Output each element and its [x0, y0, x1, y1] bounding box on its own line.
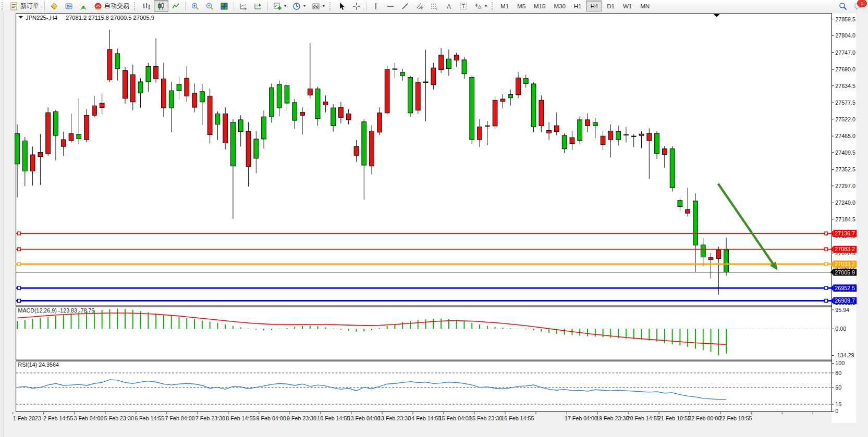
timeframe-m5[interactable]: M5: [514, 1, 529, 11]
chart-shift-button[interactable]: [251, 0, 265, 12]
svg-text:27747.0: 27747.0: [835, 49, 855, 56]
line-chart-button[interactable]: [168, 0, 183, 12]
main-toolbar: 新订单 自动交易: [0, 0, 868, 13]
bar-chart-button[interactable]: [139, 0, 154, 12]
arrows-button[interactable]: ▾: [471, 0, 490, 12]
timeframe-h4[interactable]: H4: [586, 1, 602, 11]
new-chart-button[interactable]: ▾: [270, 0, 289, 12]
vertical-line-button[interactable]: [369, 0, 383, 12]
fibonacci-button[interactable]: F: [427, 0, 442, 12]
svg-text:1 Feb 2023: 1 Feb 2023: [13, 415, 41, 421]
signals-button[interactable]: [76, 0, 91, 12]
new-order-icon: [10, 2, 18, 10]
auto-trading-button[interactable]: 自动交易: [91, 0, 132, 12]
chevron-down-icon: ▾: [485, 4, 487, 8]
svg-text:27352.5: 27352.5: [835, 166, 855, 172]
text-label-button[interactable]: T: [456, 0, 471, 12]
chevron-down-icon: ▾: [303, 4, 305, 8]
equidistant-channel-button[interactable]: E: [412, 0, 427, 12]
price-chart[interactable]: 27859.527804.027747.027690.027634.527577…: [0, 12, 868, 437]
candlestick-chart-button[interactable]: [154, 0, 168, 12]
svg-text:15 Feb 23:30: 15 Feb 23:30: [469, 415, 502, 421]
svg-text:E: E: [421, 7, 423, 10]
toolbar-grip[interactable]: [134, 2, 137, 10]
timeframe-m30[interactable]: M30: [550, 1, 569, 11]
timeframe-mn[interactable]: MN: [637, 1, 653, 11]
svg-text:95.94: 95.94: [835, 307, 849, 313]
periods-button[interactable]: ▾: [289, 0, 309, 12]
svg-text:0.00: 0.00: [835, 326, 846, 332]
auto-scroll-button[interactable]: [236, 0, 251, 12]
toolbar-grip[interactable]: [329, 2, 332, 10]
chart-shift-icon: [254, 2, 262, 10]
chart-area[interactable]: 27859.527804.027747.027690.027634.527577…: [0, 12, 868, 437]
cursor-icon: [338, 2, 346, 10]
market-watch-button[interactable]: [47, 0, 62, 12]
svg-text:27297.0: 27297.0: [835, 183, 855, 189]
svg-text:RSI(14) 24.3564: RSI(14) 24.3564: [18, 361, 58, 368]
text-button[interactable]: A: [442, 0, 456, 12]
notifications-button[interactable]: 1: [854, 2, 863, 10]
svg-text:27083.2: 27083.2: [835, 246, 855, 252]
svg-text:80: 80: [835, 370, 841, 376]
svg-text:27465.0: 27465.0: [835, 133, 855, 139]
profile-chart-icon: [65, 2, 73, 10]
auto-scroll-icon: [239, 2, 248, 10]
timeframe-m15[interactable]: M15: [530, 1, 549, 11]
tile-windows-icon: [220, 2, 228, 10]
zoom-in-button[interactable]: [188, 0, 202, 12]
horizontal-line-icon: [386, 2, 395, 10]
timeframe-m1[interactable]: M1: [497, 1, 512, 11]
svg-text:27033.2: 27033.2: [835, 261, 855, 267]
svg-text:6 Feb 14:55: 6 Feb 14:55: [135, 415, 164, 421]
chevron-down-icon: ▾: [284, 4, 286, 8]
svg-text:13 Feb 04:00: 13 Feb 04:00: [348, 415, 381, 421]
gold-diamond-icon: [50, 2, 58, 10]
templates-button[interactable]: ▾: [309, 0, 328, 12]
line-chart-icon: [172, 2, 180, 10]
svg-text:27522.0: 27522.0: [835, 116, 855, 122]
svg-text:16 Feb 14:55: 16 Feb 14:55: [501, 415, 534, 421]
svg-text:27184.5: 27184.5: [835, 216, 855, 222]
toolbar-grip[interactable]: [492, 2, 494, 10]
text-label-icon: T: [459, 2, 468, 10]
svg-text:27859.5: 27859.5: [835, 16, 855, 22]
svg-text:27577.5: 27577.5: [835, 99, 855, 106]
shapes-icon: [474, 2, 482, 10]
new-chart-icon: [273, 2, 282, 10]
toolbar-grip[interactable]: [2, 2, 4, 10]
svg-text:F: F: [436, 7, 438, 10]
svg-text:-134.29: -134.29: [835, 352, 854, 358]
svg-text:MACD(12,26,9) -123.83 -78.75: MACD(12,26,9) -123.83 -78.75: [18, 307, 94, 314]
timeframe-h1[interactable]: H1: [570, 1, 585, 11]
tile-windows-button[interactable]: [217, 0, 231, 12]
text-a-icon: A: [445, 2, 453, 10]
crosshair-button[interactable]: [349, 0, 364, 12]
timeframe-w1[interactable]: W1: [619, 1, 635, 11]
svg-text:22 Feb 00:00: 22 Feb 00:00: [688, 415, 721, 421]
trendline-button[interactable]: [398, 0, 412, 12]
cursor-button[interactable]: [335, 0, 349, 12]
zoom-out-icon: [205, 2, 214, 10]
candlestick-chart-icon: [157, 2, 165, 10]
svg-text:7 Feb 04:00: 7 Feb 04:00: [165, 415, 195, 421]
trendline-icon: [401, 2, 409, 10]
fibonacci-icon: F: [430, 2, 438, 10]
svg-text:3 Feb 04:00: 3 Feb 04:00: [74, 415, 103, 421]
bar-chart-icon: [142, 2, 151, 10]
vertical-line-icon: [372, 2, 380, 10]
timeframe-d1[interactable]: D1: [603, 1, 618, 11]
data-window-button[interactable]: [62, 0, 76, 12]
svg-text:20 Feb 14:55: 20 Feb 14:55: [627, 415, 660, 421]
template-icon: [312, 2, 320, 10]
svg-text:26952.5: 26952.5: [835, 285, 855, 291]
svg-text:8 Feb 14:55: 8 Feb 14:55: [226, 415, 255, 421]
svg-text:27081.2 27115.8 27000.5 27005.: 27081.2 27115.8 27000.5 27005.9: [66, 15, 154, 21]
svg-text:27804.0: 27804.0: [835, 32, 855, 39]
new-order-button[interactable]: 新订单: [7, 0, 42, 12]
equidistant-channel-icon: E: [415, 2, 424, 10]
search-icon[interactable]: [839, 2, 847, 10]
horizontal-line-button[interactable]: [383, 0, 398, 12]
zoom-out-button[interactable]: [202, 0, 217, 12]
svg-text:50: 50: [835, 384, 841, 391]
